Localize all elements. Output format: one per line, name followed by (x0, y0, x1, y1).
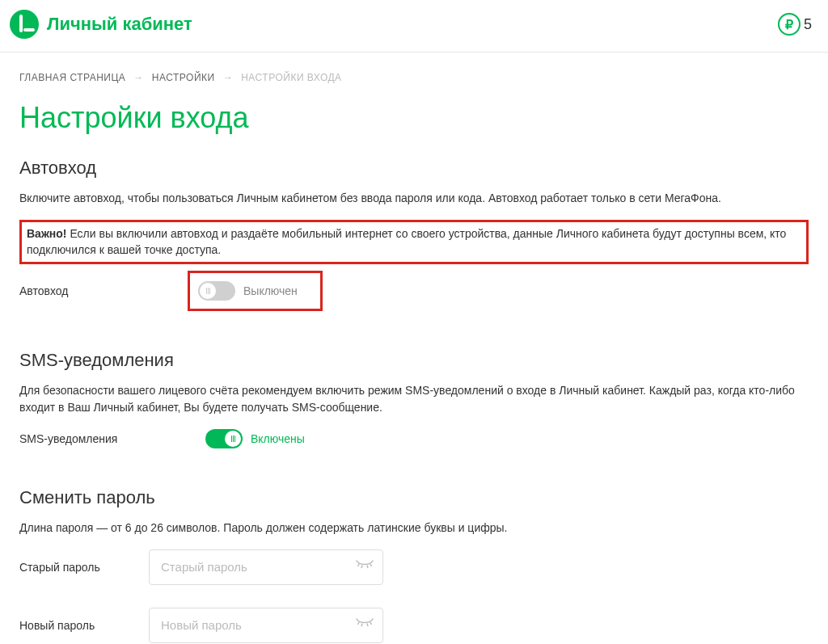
sms-row: SMS-уведомления Включены (19, 429, 809, 448)
sms-toggle-wrap: Включены (205, 429, 305, 448)
autologin-title: Автовход (19, 158, 809, 179)
new-password-row: Новый пароль (19, 608, 809, 643)
breadcrumb: ГЛАВНАЯ СТРАНИЦА → НАСТРОЙКИ → НАСТРОЙКИ… (19, 72, 809, 83)
eye-icon[interactable] (356, 560, 374, 575)
new-password-input[interactable] (149, 608, 383, 643)
ruble-icon: ₽ (778, 13, 801, 36)
autologin-row: Автовход Выключен (19, 271, 809, 311)
sms-toggle[interactable] (205, 429, 243, 448)
breadcrumb-home[interactable]: ГЛАВНАЯ СТРАНИЦА (19, 72, 125, 83)
warning-text: Если вы включили автовход и раздаёте моб… (27, 227, 786, 256)
autologin-field-label: Автовход (19, 284, 149, 297)
password-desc: Длина пароля — от 6 до 26 символов. Паро… (19, 520, 804, 537)
autologin-toggle[interactable] (198, 281, 235, 301)
breadcrumb-current: НАСТРОЙКИ ВХОДА (241, 72, 341, 83)
breadcrumb-settings[interactable]: НАСТРОЙКИ (152, 72, 215, 83)
autologin-status: Выключен (243, 284, 298, 297)
old-password-input[interactable] (149, 549, 383, 585)
autologin-toggle-highlight: Выключен (188, 271, 323, 311)
svg-line-1 (361, 565, 362, 568)
brand-title: Личный кабинет (47, 14, 192, 35)
sms-title: SMS-уведомления (19, 350, 809, 371)
page-title: Настройки входа (19, 101, 809, 135)
sms-field-label: SMS-уведомления (19, 432, 149, 445)
eye-icon[interactable] (356, 618, 374, 633)
warning-label: Важно! (27, 227, 67, 240)
old-password-label: Старый пароль (19, 561, 149, 574)
autologin-desc: Включите автовход, чтобы пользоваться Ли… (19, 190, 804, 207)
svg-line-7 (370, 622, 372, 625)
svg-line-5 (361, 623, 362, 626)
password-title: Сменить пароль (19, 487, 809, 508)
svg-line-3 (370, 564, 372, 566)
arrow-icon: → (223, 72, 234, 83)
autologin-warning: Важно! Если вы включили автовход и разда… (19, 220, 809, 264)
content: ГЛАВНАЯ СТРАНИЦА → НАСТРОЙКИ → НАСТРОЙКИ… (0, 53, 828, 644)
sms-status: Включены (251, 432, 305, 445)
svg-line-2 (367, 565, 368, 568)
new-password-label: Новый пароль (19, 619, 149, 632)
sms-desc: Для безопасности вашего лицевого счёта р… (19, 382, 804, 416)
balance[interactable]: ₽ 5 (778, 13, 812, 36)
brand[interactable]: Личный кабинет (10, 10, 192, 39)
old-password-row: Старый пароль (19, 549, 809, 585)
svg-line-6 (367, 623, 368, 626)
arrow-icon: → (133, 72, 144, 83)
svg-line-0 (358, 564, 360, 566)
svg-line-4 (358, 622, 360, 625)
brand-logo-icon (10, 10, 39, 39)
topbar: Личный кабинет ₽ 5 (0, 0, 828, 53)
balance-trailing: 5 (804, 16, 812, 33)
